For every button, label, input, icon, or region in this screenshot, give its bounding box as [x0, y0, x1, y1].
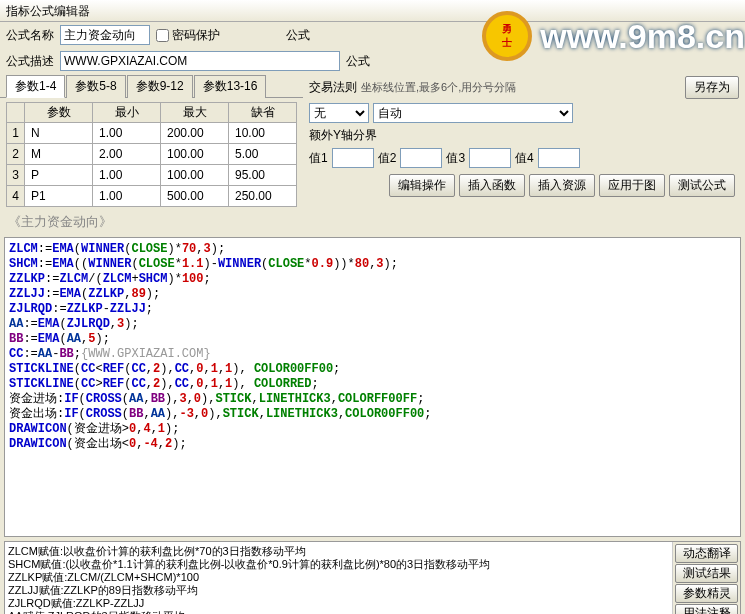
value2-input[interactable]	[400, 148, 442, 168]
rule-select-1[interactable]: 无	[309, 103, 369, 123]
param-1-name[interactable]	[28, 124, 88, 142]
side-btn-2[interactable]: 参数精灵	[675, 584, 738, 603]
password-protect-checkbox[interactable]: 密码保护	[156, 27, 220, 44]
code-editor[interactable]: ZLCM:=EMA(WINNER(CLOSE)*70,3); SHCM:=EMA…	[4, 237, 741, 537]
value4-input[interactable]	[538, 148, 580, 168]
param-tab-2[interactable]: 参数9-12	[127, 75, 193, 98]
toolbar-btn-0[interactable]: 编辑操作	[389, 174, 455, 197]
value3-input[interactable]	[469, 148, 511, 168]
param-3-name[interactable]	[28, 166, 88, 184]
formula-name-label: 公式名称	[6, 27, 54, 44]
watermark-url: www.9m8.cn	[540, 17, 745, 56]
param-1-min[interactable]	[96, 124, 156, 142]
param-2-min[interactable]	[96, 145, 156, 163]
param-4-name[interactable]	[28, 187, 88, 205]
param-tab-3[interactable]: 参数13-16	[194, 75, 267, 98]
param-2-max[interactable]	[164, 145, 224, 163]
formula-desc-label: 公式描述	[6, 53, 54, 70]
watermark-logo: 勇士	[482, 11, 532, 61]
formula-label-1: 公式	[286, 27, 310, 44]
toolbar-btn-3[interactable]: 应用于图	[599, 174, 665, 197]
coord-hint: 坐标线位置,最多6个,用分号分隔	[361, 80, 516, 95]
param-3-def[interactable]	[232, 166, 292, 184]
toolbar-btn-4[interactable]: 测试公式	[669, 174, 735, 197]
formula-desc-input[interactable]	[60, 51, 340, 71]
toolbar-btn-1[interactable]: 插入函数	[459, 174, 525, 197]
param-2-def[interactable]	[232, 145, 292, 163]
param-3-max[interactable]	[164, 166, 224, 184]
param-1-def[interactable]	[232, 124, 292, 142]
trade-rule-label: 交易法则	[309, 79, 357, 96]
side-btn-3[interactable]: 用法注释	[675, 604, 738, 614]
formula-label-2: 公式	[346, 53, 370, 70]
param-tab-0[interactable]: 参数1-4	[6, 75, 65, 98]
save-as-button[interactable]: 另存为	[685, 76, 739, 99]
formula-name-input[interactable]	[60, 25, 150, 45]
param-tab-1[interactable]: 参数5-8	[66, 75, 125, 98]
param-4-min[interactable]	[96, 187, 156, 205]
param-3-min[interactable]	[96, 166, 156, 184]
side-btn-1[interactable]: 测试结果	[675, 564, 738, 583]
parameter-table: 参数最小最大缺省 1234	[6, 102, 297, 207]
param-2-name[interactable]	[28, 145, 88, 163]
watermark: 勇士 www.9m8.cn	[482, 0, 745, 72]
side-btn-0[interactable]: 动态翻译	[675, 544, 738, 563]
param-4-def[interactable]	[232, 187, 292, 205]
section-title: 《主力资金动向》	[0, 211, 745, 233]
description-panel: ZLCM赋值:以收盘价计算的获利盘比例*70的3日指数移动平均SHCM赋值:(以…	[5, 542, 672, 614]
toolbar-btn-2[interactable]: 插入资源	[529, 174, 595, 197]
value1-input[interactable]	[332, 148, 374, 168]
param-4-max[interactable]	[164, 187, 224, 205]
param-1-max[interactable]	[164, 124, 224, 142]
rule-select-2[interactable]: 自动	[373, 103, 573, 123]
extra-y-label: 额外Y轴分界	[309, 127, 377, 144]
